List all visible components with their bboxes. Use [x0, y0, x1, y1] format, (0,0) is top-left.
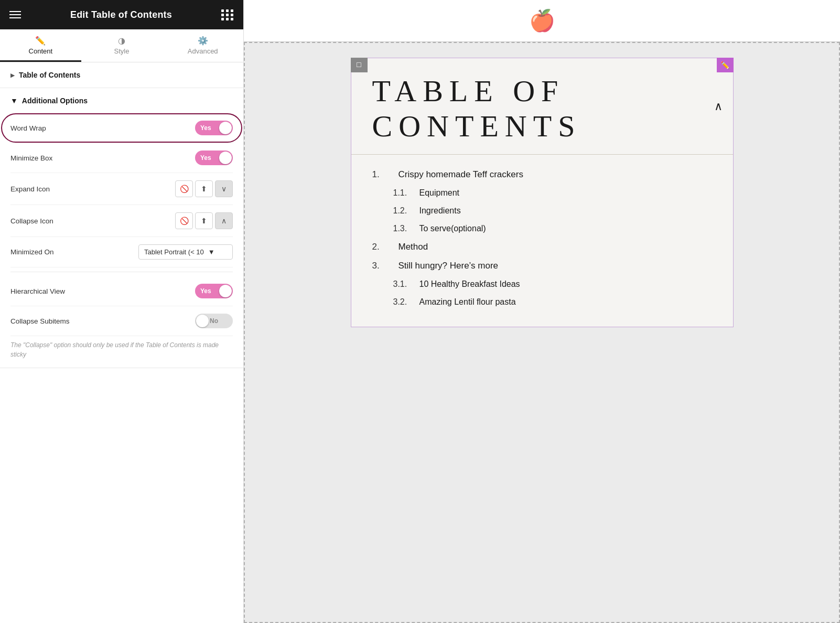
- toc-item-text: To serve(optional): [419, 224, 486, 233]
- tabs-bar: ✏️ Content ◑ Style ⚙️ Advanced: [0, 29, 243, 62]
- collapse-icon-group: 🚫 ⬆ ∧: [175, 212, 233, 229]
- tab-content-label: Content: [29, 47, 53, 55]
- advanced-tab-icon: ⚙️: [198, 37, 208, 45]
- style-tab-icon: ◑: [118, 37, 125, 45]
- tab-advanced[interactable]: ⚙️ Advanced: [162, 29, 243, 62]
- minimize-box-toggle[interactable]: Yes: [195, 151, 233, 165]
- minimize-box-row: Minimize Box Yes: [10, 143, 233, 173]
- word-wrap-toggle[interactable]: Yes: [195, 121, 233, 135]
- panel-header: Edit Table of Contents: [0, 0, 243, 29]
- left-panel: Edit Table of Contents ✏️ Content ◑ Styl…: [0, 0, 244, 623]
- toc-list-item[interactable]: 3.2.Amazing Lentil flour pasta: [372, 293, 712, 311]
- grid-icon[interactable]: [221, 9, 234, 20]
- minimized-on-label: Minimized On: [10, 248, 54, 256]
- toc-item-num: 3.: [372, 261, 393, 271]
- hierarchical-view-row: Hierarchical View Yes: [10, 276, 233, 306]
- toc-item-text: 10 Healthy Breakfast Ideas: [419, 280, 520, 289]
- expand-icon-block-btn[interactable]: 🚫: [175, 180, 193, 197]
- hierarchical-view-toggle[interactable]: Yes: [195, 284, 233, 298]
- expand-icon-row: Expand Icon 🚫 ⬆ ∨: [10, 173, 233, 205]
- collapse-icon-label: Collapse Icon: [10, 217, 53, 225]
- toc-list-item[interactable]: 2.Method: [372, 238, 712, 256]
- word-wrap-label: Word Wrap: [10, 124, 46, 132]
- minimized-on-chevron: ▼: [208, 248, 215, 256]
- minimize-box-label: Minimize Box: [10, 154, 52, 162]
- toc-item-text: Crispy homemade Teff crackers: [399, 169, 523, 180]
- toc-item-num: 1.3.: [393, 224, 414, 233]
- toc-item-num: 1.: [372, 169, 393, 180]
- word-wrap-toggle-label: Yes: [195, 124, 217, 132]
- toc-section-label: Table of Contents: [19, 71, 80, 79]
- toc-item-text: Still hungry? Here’s more: [399, 261, 499, 271]
- collapse-icon-upload-btn[interactable]: ⬆: [195, 212, 213, 229]
- additional-options-header[interactable]: ▼ Additional Options: [10, 88, 233, 113]
- toc-item-num: 1.2.: [393, 206, 414, 216]
- toc-list-item[interactable]: 1.3.To serve(optional): [372, 220, 712, 238]
- minimized-on-select[interactable]: Tablet Portrait (< 10 ▼: [138, 244, 233, 260]
- minimized-on-value: Tablet Portrait (< 10: [144, 248, 204, 256]
- expand-icon-group: 🚫 ⬆ ∨: [175, 180, 233, 197]
- toc-item-num: 3.2.: [393, 297, 414, 307]
- toc-list-item[interactable]: 1.1.Equipment: [372, 184, 712, 202]
- collapse-icon-block-btn[interactable]: 🚫: [175, 212, 193, 229]
- preview-header: 🍎: [244, 0, 840, 42]
- toc-item-text: Equipment: [419, 188, 460, 198]
- toc-title-line2: CONTENTS: [372, 109, 581, 143]
- collapse-subitems-label: Collapse Subitems: [10, 317, 70, 325]
- toc-title-area: TABLE OF CONTENTS ∧: [351, 58, 733, 155]
- toc-collapse-button[interactable]: ∧: [714, 100, 723, 113]
- toc-title: TABLE OF CONTENTS: [372, 74, 712, 144]
- right-panel: 🍎 ☐ ✏️ TABLE OF CONTENTS ∧ 1.Crispy home…: [244, 0, 840, 623]
- hamburger-icon[interactable]: [9, 11, 21, 18]
- additional-options-label: Additional Options: [22, 96, 88, 105]
- logo-icon: 🍎: [529, 8, 555, 33]
- toc-item-num: 3.1.: [393, 280, 414, 289]
- tab-style-label: Style: [114, 47, 130, 55]
- content-tab-icon: ✏️: [35, 37, 46, 45]
- expand-icon-dropdown-btn[interactable]: ∨: [215, 180, 233, 197]
- toc-list-item[interactable]: 3.Still hungry? Here’s more: [372, 256, 712, 275]
- collapse-icon-dropdown-btn[interactable]: ∧: [215, 212, 233, 229]
- collapse-subitems-toggle-label: No: [195, 317, 222, 325]
- separator: [10, 272, 233, 272]
- tab-advanced-label: Advanced: [188, 47, 218, 55]
- toc-section-header[interactable]: ▶ Table of Contents: [0, 62, 243, 88]
- toc-arrow-icon: ▶: [10, 72, 15, 78]
- toc-list-item[interactable]: 1.2.Ingredients: [372, 202, 712, 220]
- preview-area: ☐ ✏️ TABLE OF CONTENTS ∧ 1.Crispy homema…: [244, 42, 840, 623]
- toc-widget: ☐ ✏️ TABLE OF CONTENTS ∧ 1.Crispy homema…: [351, 58, 734, 327]
- panel-title: Edit Table of Contents: [70, 9, 172, 20]
- minimize-box-toggle-knob: [219, 152, 232, 164]
- expand-icon-upload-btn[interactable]: ⬆: [195, 180, 213, 197]
- expand-icon-label: Expand Icon: [10, 185, 50, 193]
- toc-list-item[interactable]: 3.1.10 Healthy Breakfast Ideas: [372, 275, 712, 293]
- toc-list: 1.Crispy homemade Teff crackers1.1.Equip…: [351, 155, 733, 327]
- toc-title-line1: TABLE OF: [372, 74, 565, 108]
- hierarchical-view-toggle-knob: [219, 285, 232, 297]
- minimize-box-toggle-label: Yes: [195, 154, 217, 162]
- collapse-icon-row: Collapse Icon 🚫 ⬆ ∧: [10, 205, 233, 237]
- toc-item-num: 1.1.: [393, 188, 414, 198]
- toc-item-text: Ingredients: [419, 206, 461, 216]
- additional-arrow-icon: ▼: [10, 96, 18, 105]
- minimized-on-row: Minimized On Tablet Portrait (< 10 ▼: [10, 237, 233, 267]
- hierarchical-view-toggle-label: Yes: [195, 287, 217, 295]
- collapse-subitems-toggle[interactable]: No: [195, 314, 233, 328]
- word-wrap-toggle-knob: [219, 122, 232, 134]
- hierarchical-view-label: Hierarchical View: [10, 287, 65, 295]
- toc-item-text: Amazing Lentil flour pasta: [419, 297, 516, 307]
- collapse-info-text: The "Collapse" option should only be use…: [10, 336, 233, 368]
- tab-style[interactable]: ◑ Style: [81, 29, 163, 62]
- toc-list-item[interactable]: 1.Crispy homemade Teff crackers: [372, 165, 712, 184]
- collapse-subitems-row: Collapse Subitems No: [10, 306, 233, 336]
- tab-content[interactable]: ✏️ Content: [0, 29, 81, 62]
- toc-item-num: 2.: [372, 242, 393, 252]
- additional-options-section: ▼ Additional Options Word Wrap Yes Minim…: [0, 88, 243, 368]
- toc-item-text: Method: [399, 242, 428, 252]
- word-wrap-row: Word Wrap Yes: [10, 113, 233, 143]
